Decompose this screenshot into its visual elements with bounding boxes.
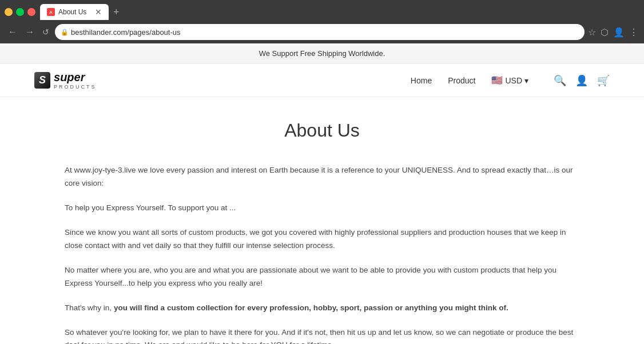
para-4: No matter where you are, who you are and… — [65, 264, 579, 290]
nav-product[interactable]: Product — [448, 76, 475, 85]
minimize-button[interactable] — [5, 8, 13, 16]
back-button[interactable]: ← — [6, 26, 19, 38]
header-icons: 🔍 👤 🛒 — [554, 74, 610, 87]
currency-selector[interactable]: 🇺🇸 USD ▾ — [491, 75, 528, 86]
para-5: That's why in, you will find a custom co… — [65, 302, 579, 315]
para-6: So whatever you're looking for, we plan … — [65, 326, 579, 345]
tab-close-icon[interactable]: ✕ — [95, 8, 102, 16]
main-content: About Us At www.joy-tye-3.live we love e… — [47, 97, 597, 344]
address-bar[interactable]: 🔒 besthilander.com/pages/about-us — [55, 24, 585, 40]
logo-sub-text: PRODUCTS — [54, 84, 97, 90]
para-3: Since we know you want all sorts of cust… — [65, 226, 579, 253]
browser-tab-active[interactable]: A About Us ✕ — [40, 4, 109, 20]
para-1: At www.joy-tye-3.live we love every pass… — [65, 164, 579, 190]
para-5-bold: you will find a custom collection for ev… — [114, 303, 508, 312]
page-title: About Us — [65, 120, 579, 141]
currency-code: USD — [505, 76, 522, 85]
account-icon[interactable]: 👤 — [613, 27, 625, 38]
cart-icon[interactable]: 🛒 — [597, 74, 610, 87]
forward-button[interactable]: → — [23, 26, 37, 38]
flag-icon: 🇺🇸 — [491, 75, 503, 86]
para-2: To help you Express Yourself. To support… — [65, 202, 579, 215]
currency-arrow: ▾ — [524, 76, 528, 85]
logo-icon: S — [34, 72, 50, 89]
nav-home[interactable]: Home — [411, 76, 432, 85]
cast-icon[interactable]: ⬡ — [601, 27, 609, 38]
tab-title: About Us — [58, 8, 92, 16]
refresh-button[interactable]: ↺ — [40, 26, 51, 38]
top-banner: We Support Free Shipping Worldwide. — [0, 43, 644, 64]
tab-favicon: A — [47, 8, 55, 16]
maximize-button[interactable] — [16, 8, 24, 16]
menu-icon[interactable]: ⋮ — [629, 27, 638, 38]
banner-text: We Support Free Shipping Worldwide. — [259, 49, 385, 58]
close-window-button[interactable] — [27, 8, 35, 16]
account-icon[interactable]: 👤 — [575, 74, 588, 87]
website: We Support Free Shipping Worldwide. S su… — [0, 43, 644, 344]
site-header: S super PRODUCTS Home Product 🇺🇸 USD ▾ 🔍… — [0, 64, 644, 97]
search-icon[interactable]: 🔍 — [554, 74, 566, 87]
site-nav: Home Product 🇺🇸 USD ▾ 🔍 👤 🛒 — [411, 74, 610, 87]
logo-area: S super PRODUCTS — [34, 71, 97, 90]
address-url: besthilander.com/pages/about-us — [71, 28, 579, 37]
lock-icon: 🔒 — [61, 29, 69, 36]
logo-main-text: super — [54, 71, 85, 83]
star-icon[interactable]: ☆ — [588, 27, 596, 38]
new-tab-button[interactable]: + — [113, 6, 120, 18]
